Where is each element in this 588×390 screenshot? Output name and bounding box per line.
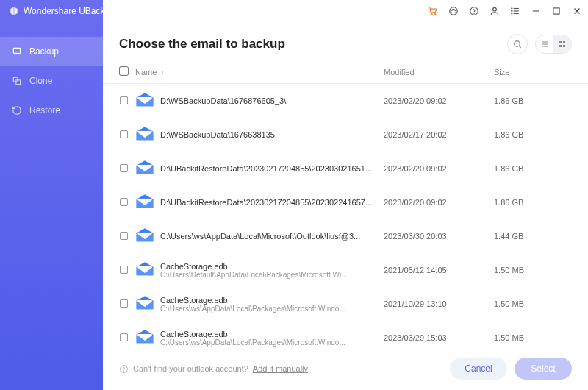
- file-size: 1.86 GB: [494, 198, 560, 207]
- sidebar-item-label: Clone: [29, 76, 52, 86]
- file-list[interactable]: D:\WSBackupData\1676876605_3\2023/02/20 …: [103, 84, 588, 350]
- row-checkbox[interactable]: [120, 333, 128, 341]
- row-checkbox[interactable]: [120, 197, 128, 205]
- svg-point-1: [434, 14, 436, 15]
- svg-point-4: [474, 13, 475, 14]
- row-checkbox[interactable]: [120, 265, 128, 273]
- file-size: 1.50 MB: [494, 333, 560, 342]
- file-name: CacheStorage.edb: [160, 296, 376, 305]
- row-checkbox[interactable]: [120, 231, 128, 239]
- file-size: 1.86 GB: [494, 96, 560, 105]
- svg-rect-24: [559, 41, 562, 43]
- row-checkbox[interactable]: [120, 299, 128, 307]
- menu-list-icon[interactable]: [510, 6, 520, 16]
- mail-icon: [135, 296, 154, 311]
- svg-point-29: [123, 370, 124, 371]
- row-checkbox[interactable]: [120, 96, 128, 104]
- select-all-checkbox[interactable]: [119, 66, 129, 76]
- account-icon[interactable]: [490, 6, 500, 16]
- file-size: 1.50 MB: [494, 266, 560, 274]
- svg-rect-16: [13, 48, 20, 53]
- file-name: D:\UBackitRestoreData\20230217204855\202…: [160, 198, 376, 207]
- sidebar-item-restore[interactable]: Restore: [0, 96, 103, 125]
- file-modified: 2023/02/20 09:02: [384, 198, 494, 207]
- title-bar: Wondershare UBackit: [0, 0, 588, 22]
- table-row[interactable]: D:\UBackitRestoreData\20230217204855\202…: [119, 152, 560, 185]
- file-size: 1.50 MB: [494, 299, 560, 308]
- close-icon[interactable]: [572, 6, 582, 16]
- mail-icon: [135, 330, 154, 344]
- mail-icon: [135, 228, 154, 243]
- page-title: Choose the email to backup: [119, 37, 500, 52]
- table-header: Name ↓ Modified Size: [103, 62, 588, 84]
- mail-icon: [135, 160, 154, 175]
- file-name: D:\WSBackupData\1676876605_3\: [160, 96, 376, 105]
- table-row[interactable]: CacheStorage.edbC:\Users\ws\AppData\Loca…: [119, 287, 560, 321]
- file-modified: 2023/03/30 20:03: [384, 232, 494, 241]
- view-toggle: [535, 35, 572, 54]
- svg-point-5: [493, 7, 497, 11]
- file-size: 1.44 GB: [494, 232, 560, 241]
- file-modified: 2021/05/12 14:05: [384, 266, 494, 274]
- file-size: 1.86 GB: [494, 164, 560, 173]
- svg-point-0: [431, 14, 432, 15]
- sidebar-item-label: Backup: [29, 46, 59, 57]
- mail-icon: [135, 93, 154, 107]
- helper-text: Can't find your outlook account? Add it …: [119, 364, 308, 374]
- sort-arrow-icon: ↓: [161, 68, 165, 76]
- list-view-button[interactable]: [536, 35, 553, 53]
- file-name: D:\UBackitRestoreData\20230217204855\202…: [160, 164, 376, 173]
- row-checkbox[interactable]: [120, 163, 128, 171]
- support-icon[interactable]: [448, 6, 459, 16]
- file-modified: 2023/03/29 15:03: [384, 333, 494, 342]
- file-modified: 2021/10/29 13:10: [384, 299, 494, 308]
- sidebar-item-clone[interactable]: Clone: [0, 66, 103, 96]
- table-row[interactable]: CacheStorage.edbC:\Users\Default\AppData…: [119, 253, 560, 287]
- file-name: C:\Users\ws\AppData\Local\Microsoft\Outl…: [160, 232, 376, 241]
- svg-point-10: [512, 10, 512, 11]
- column-header-name[interactable]: Name ↓: [135, 68, 384, 77]
- minimize-icon[interactable]: [531, 6, 541, 16]
- table-row[interactable]: D:\WSBackupData\1676876605_3\2023/02/20 …: [119, 84, 560, 118]
- app-title-text: Wondershare UBackit: [24, 6, 110, 16]
- mail-icon: [135, 194, 154, 209]
- sidebar-item-label: Restore: [29, 105, 60, 116]
- cart-icon[interactable]: [428, 6, 438, 16]
- maximize-icon[interactable]: [551, 6, 562, 16]
- select-button[interactable]: Select: [514, 358, 572, 380]
- search-button[interactable]: [507, 34, 528, 54]
- table-row[interactable]: C:\Users\ws\AppData\Local\Microsoft\Outl…: [119, 219, 560, 253]
- table-row[interactable]: D:\UBackitRestoreData\20230217204855\202…: [119, 185, 560, 219]
- table-row[interactable]: CacheStorage.edbC:\Users\ws\AppData\Loca…: [119, 321, 560, 350]
- mail-icon: [135, 127, 154, 141]
- file-path: C:\Users\ws\AppData\Local\Packages\Micro…: [160, 305, 376, 313]
- file-size: 1.86 GB: [494, 130, 560, 139]
- file-modified: 2023/02/17 20:02: [384, 130, 494, 139]
- sidebar-item-backup[interactable]: Backup: [0, 37, 103, 66]
- svg-rect-25: [563, 41, 565, 43]
- mail-icon: [135, 262, 154, 277]
- app-title: Wondershare UBackit: [6, 6, 123, 16]
- svg-rect-13: [553, 8, 559, 14]
- main-panel: Choose the email to backup Name ↓ Modifi…: [103, 22, 588, 390]
- row-checkbox[interactable]: [120, 130, 128, 138]
- file-name: CacheStorage.edb: [160, 330, 376, 338]
- column-header-size[interactable]: Size: [494, 68, 560, 77]
- svg-line-20: [519, 46, 521, 48]
- file-path: C:\Users\ws\AppData\Local\Packages\Micro…: [160, 338, 376, 347]
- table-row[interactable]: D:\WSBackupData\16766381352023/02/17 20:…: [119, 118, 560, 152]
- grid-view-button[interactable]: [553, 35, 571, 53]
- help-icon[interactable]: [469, 6, 479, 16]
- cancel-button[interactable]: Cancel: [450, 358, 507, 380]
- svg-rect-26: [559, 45, 562, 47]
- svg-point-11: [512, 13, 512, 14]
- file-name: CacheStorage.edb: [160, 262, 376, 271]
- sidebar: Backup Clone Restore: [0, 22, 103, 390]
- svg-point-19: [514, 40, 520, 46]
- column-header-modified[interactable]: Modified: [384, 68, 494, 77]
- file-modified: 2023/02/20 09:02: [384, 164, 494, 173]
- add-manually-link[interactable]: Add it manually: [253, 364, 308, 373]
- file-modified: 2023/02/20 09:02: [384, 96, 494, 105]
- file-path: C:\Users\Default\AppData\Local\Packages\…: [160, 271, 376, 279]
- svg-point-9: [512, 8, 512, 9]
